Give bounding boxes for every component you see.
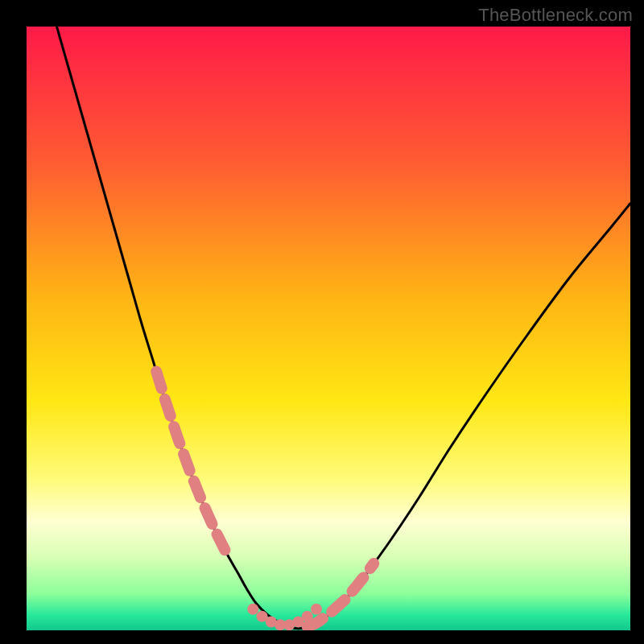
watermark-label: TheBottleneck.com — [478, 5, 633, 26]
highlight-dot — [247, 604, 258, 615]
plot-area — [27, 27, 630, 630]
highlight-dot — [311, 604, 322, 615]
gradient-background — [27, 27, 630, 630]
chart-svg — [27, 27, 630, 630]
highlight-dot — [302, 611, 313, 622]
chart-frame: TheBottleneck.com — [0, 0, 644, 644]
